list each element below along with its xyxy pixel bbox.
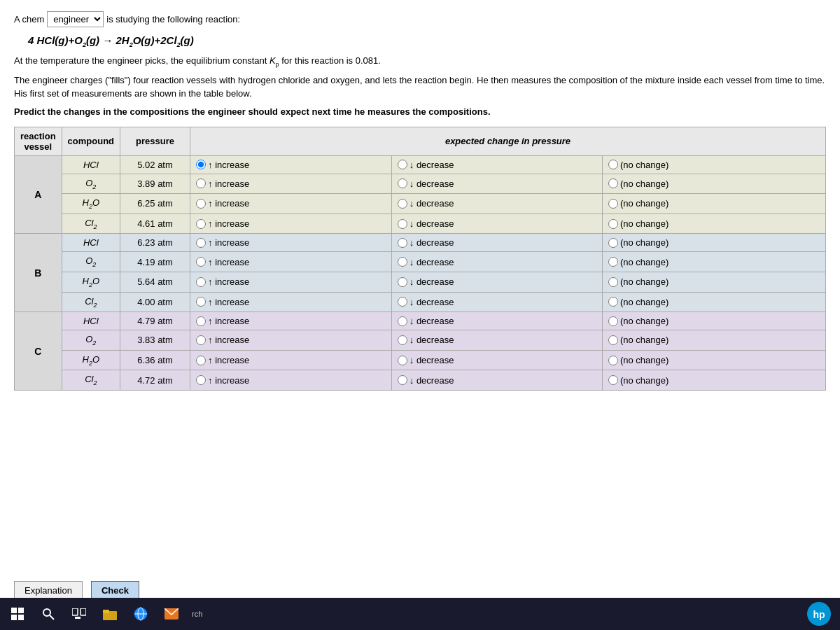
task-view-icon[interactable] <box>69 603 90 624</box>
pressure-H2O-B: 5.64 atm <box>120 272 190 292</box>
radio-decrease-Cl2-C[interactable]: ↓ decrease <box>391 370 602 391</box>
radio-increase-O2-C[interactable]: ↑ increase <box>190 330 392 351</box>
svg-text:hp: hp <box>813 609 825 620</box>
vessel-C: C <box>15 312 62 391</box>
pressure-O2-A: 3.89 atm <box>120 174 190 194</box>
radio-increase-HCl-B[interactable]: ↑ increase <box>190 234 392 252</box>
pressure-H2O-C: 6.36 atm <box>120 350 190 370</box>
pressure-H2O-A: 6.25 atm <box>120 194 190 214</box>
radio-increase-Cl2-B[interactable]: ↑ increase <box>190 292 392 312</box>
compound-header: compound <box>62 127 120 155</box>
top-bar: A chem engineer chemist scientist is stu… <box>14 11 826 27</box>
file-explorer-icon[interactable] <box>99 603 120 624</box>
radio-decrease-HCl-C[interactable]: ↓ decrease <box>391 312 602 330</box>
hp-logo: hp <box>805 600 833 628</box>
radio-decrease-O2-A[interactable]: ↓ decrease <box>391 174 602 194</box>
radio-decrease-O2-B[interactable]: ↓ decrease <box>391 252 602 272</box>
reaction-equation: 4 HCl(g)+O2(g) → 2H2O(g)+2Cl2(g) <box>28 34 826 48</box>
radio-increase-O2-B[interactable]: ↑ increase <box>190 252 392 272</box>
description-text: The engineer charges ("fills") four reac… <box>14 74 826 101</box>
radio-nochange-HCl-C[interactable]: (no change) <box>602 312 825 330</box>
radio-increase-H2O-A[interactable]: ↑ increase <box>190 194 392 214</box>
radio-increase-O2-A[interactable]: ↑ increase <box>190 174 392 194</box>
radio-nochange-H2O-A[interactable]: (no change) <box>602 194 825 214</box>
compound-HCl-A: HCl <box>62 155 120 174</box>
svg-point-4 <box>43 609 50 616</box>
search-taskbar-icon[interactable] <box>38 603 59 624</box>
predict-text: Predict the changes in the compositions … <box>14 106 826 117</box>
compound-H2O-C: H2O <box>62 350 120 370</box>
table-row: Cl2 4.00 atm ↑ increase ↓ decrease (no c… <box>15 292 826 312</box>
radio-nochange-O2-A[interactable]: (no change) <box>602 174 825 194</box>
mail-icon[interactable] <box>161 603 182 624</box>
pressure-Cl2-C: 4.72 atm <box>120 370 190 391</box>
compound-H2O-A: H2O <box>62 194 120 214</box>
taskbar: rch hp <box>0 598 840 630</box>
radio-nochange-O2-B[interactable]: (no change) <box>602 252 825 272</box>
compound-O2-A: O2 <box>62 174 120 194</box>
radio-increase-HCl-A[interactable]: ↑ increase <box>190 155 392 174</box>
main-content: A chem engineer chemist scientist is stu… <box>0 0 840 574</box>
svg-rect-7 <box>80 608 86 615</box>
table-row: O2 4.19 atm ↑ increase ↓ decrease (no ch… <box>15 252 826 272</box>
radio-nochange-H2O-B[interactable]: (no change) <box>602 272 825 292</box>
radio-increase-H2O-B[interactable]: ↑ increase <box>190 272 392 292</box>
table-row: O2 3.83 atm ↑ increase ↓ decrease (no ch… <box>15 330 826 351</box>
radio-decrease-H2O-B[interactable]: ↓ decrease <box>391 272 602 292</box>
radio-decrease-Cl2-A[interactable]: ↓ decrease <box>391 214 602 234</box>
svg-rect-8 <box>75 617 80 619</box>
data-table: reaction vessel compound pressure expect… <box>14 127 826 391</box>
suffix-text: is studying the following reaction: <box>106 14 240 24</box>
radio-nochange-H2O-C[interactable]: (no change) <box>602 350 825 370</box>
radio-decrease-H2O-C[interactable]: ↓ decrease <box>391 350 602 370</box>
browser-icon[interactable] <box>130 603 151 624</box>
compound-Cl2-A: Cl2 <box>62 214 120 234</box>
svg-rect-10 <box>103 610 109 613</box>
radio-decrease-H2O-A[interactable]: ↓ decrease <box>391 194 602 214</box>
compound-Cl2-C: Cl2 <box>62 370 120 391</box>
windows-start-button[interactable] <box>7 603 28 624</box>
compound-HCl-B: HCl <box>62 234 120 252</box>
pressure-O2-C: 3.83 atm <box>120 330 190 351</box>
vessel-A: A <box>15 155 62 234</box>
compound-O2-B: O2 <box>62 252 120 272</box>
svg-rect-3 <box>18 615 24 620</box>
compound-HCl-C: HCl <box>62 312 120 330</box>
check-button[interactable]: Check <box>91 581 139 600</box>
role-dropdown[interactable]: engineer chemist scientist <box>47 11 104 27</box>
radio-increase-HCl-C[interactable]: ↑ increase <box>190 312 392 330</box>
svg-rect-1 <box>18 608 24 613</box>
radio-decrease-HCl-A[interactable]: ↓ decrease <box>391 155 602 174</box>
radio-decrease-Cl2-B[interactable]: ↓ decrease <box>391 292 602 312</box>
radio-nochange-HCl-A[interactable]: (no change) <box>602 155 825 174</box>
table-row: O2 3.89 atm ↑ increase ↓ decrease (no ch… <box>15 174 826 194</box>
svg-rect-6 <box>72 608 78 615</box>
radio-increase-Cl2-C[interactable]: ↑ increase <box>190 370 392 391</box>
pressure-Cl2-A: 4.61 atm <box>120 214 190 234</box>
radio-increase-H2O-C[interactable]: ↑ increase <box>190 350 392 370</box>
kp-statement: At the temperature the engineer picks, t… <box>14 55 826 68</box>
taskbar-search-label: rch <box>192 610 202 618</box>
pressure-HCl-C: 4.79 atm <box>120 312 190 330</box>
radio-decrease-HCl-B[interactable]: ↓ decrease <box>391 234 602 252</box>
radio-decrease-O2-C[interactable]: ↓ decrease <box>391 330 602 351</box>
radio-nochange-HCl-B[interactable]: (no change) <box>602 234 825 252</box>
radio-nochange-Cl2-A[interactable]: (no change) <box>602 214 825 234</box>
radio-nochange-Cl2-C[interactable]: (no change) <box>602 370 825 391</box>
vessel-header: reaction vessel <box>15 127 62 155</box>
compound-Cl2-B: Cl2 <box>62 292 120 312</box>
pressure-header: pressure <box>120 127 190 155</box>
table-row: Cl2 4.72 atm ↑ increase ↓ decrease (no c… <box>15 370 826 391</box>
pressure-HCl-B: 6.23 atm <box>120 234 190 252</box>
radio-increase-Cl2-A[interactable]: ↑ increase <box>190 214 392 234</box>
vessel-B: B <box>15 234 62 312</box>
pressure-O2-B: 4.19 atm <box>120 252 190 272</box>
prefix-text: A chem <box>14 14 44 24</box>
pressure-HCl-A: 5.02 atm <box>120 155 190 174</box>
radio-nochange-O2-C[interactable]: (no change) <box>602 330 825 351</box>
table-row: H2O 6.36 atm ↑ increase ↓ decrease (no c… <box>15 350 826 370</box>
radio-nochange-Cl2-B[interactable]: (no change) <box>602 292 825 312</box>
expected-change-header: expected change in pressure <box>190 127 826 155</box>
explanation-button[interactable]: Explanation <box>14 581 83 600</box>
table-row: B HCl 6.23 atm ↑ increase ↓ decrease (no… <box>15 234 826 252</box>
